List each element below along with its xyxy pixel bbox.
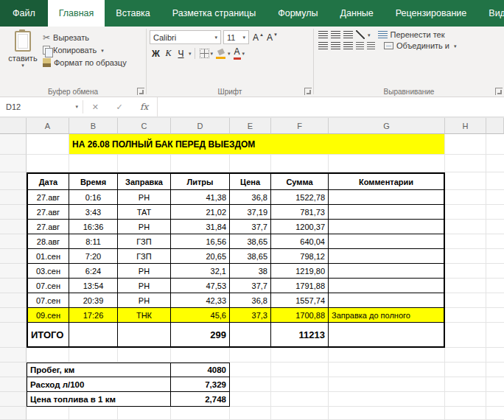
data-cell-r2c0[interactable]: 27.авг	[27, 220, 69, 234]
table-header-6[interactable]: Комментарии	[329, 172, 445, 190]
data-cell-r5c0[interactable]: 03.сен	[27, 264, 69, 279]
table-header-2[interactable]: Заправка	[118, 172, 171, 190]
empty-cell[interactable]	[445, 293, 486, 308]
cancel-button[interactable]: ✕	[92, 102, 99, 112]
data-cell-r4c4[interactable]: 38,65	[230, 249, 271, 264]
data-cell-r4c0[interactable]: 01.сен	[27, 249, 69, 264]
data-cell-r7c4[interactable]: 36,8	[230, 293, 271, 308]
ribbon-tab-6[interactable]: Рецензирование	[385, 0, 478, 27]
table-header-4[interactable]: Цена	[230, 172, 271, 190]
summary-label-0[interactable]: Пробег, км	[27, 363, 171, 377]
data-cell-r1c5[interactable]: 781,73	[271, 205, 329, 220]
row-header[interactable]	[0, 293, 27, 308]
empty-cell[interactable]	[445, 348, 486, 363]
data-cell-r0c2[interactable]: РН	[118, 190, 171, 205]
ribbon-tab-4[interactable]: Формулы	[267, 0, 329, 27]
empty-cell[interactable]	[27, 348, 69, 363]
column-header-C[interactable]: C	[118, 118, 171, 134]
data-cell-r8c4[interactable]: 37,3	[230, 308, 271, 323]
row-header[interactable]	[0, 234, 27, 249]
empty-cell[interactable]	[329, 363, 445, 377]
empty-cell[interactable]	[445, 220, 486, 234]
empty-cell[interactable]	[445, 234, 486, 249]
empty-cell[interactable]	[27, 155, 69, 172]
data-cell-r3c2[interactable]: ГЗП	[118, 234, 171, 249]
cut-button[interactable]: ✂ Вырезать	[43, 33, 127, 42]
empty-cell[interactable]	[118, 155, 171, 172]
column-header-E[interactable]: E	[230, 118, 271, 134]
data-cell-r4c3[interactable]: 20,65	[171, 249, 230, 264]
data-cell-r8c1[interactable]: 17:26	[69, 308, 118, 323]
data-cell-r2c3[interactable]: 31,84	[171, 220, 230, 234]
row-header[interactable]	[0, 220, 27, 234]
empty-cell[interactable]	[329, 348, 445, 363]
align-center-icon[interactable]	[331, 42, 340, 49]
summary-value-0[interactable]: 4080	[171, 363, 230, 377]
data-cell-r7c1[interactable]: 20:39	[69, 293, 118, 308]
data-cell-r3c1[interactable]: 8:11	[69, 234, 118, 249]
empty-cell[interactable]	[230, 377, 271, 392]
total-cell-0[interactable]: ИТОГО	[27, 323, 69, 348]
row-header[interactable]	[0, 377, 27, 392]
enter-button[interactable]: ✓	[116, 102, 122, 112]
decrease-indent-icon[interactable]	[356, 42, 364, 49]
data-cell-r2c6[interactable]	[329, 220, 445, 234]
total-cell-1[interactable]	[69, 323, 118, 348]
empty-cell[interactable]	[271, 348, 329, 363]
total-cell-2[interactable]	[118, 323, 171, 348]
align-left-icon[interactable]	[318, 42, 328, 49]
data-cell-r3c4[interactable]: 38,65	[230, 234, 271, 249]
table-header-1[interactable]: Время	[69, 172, 118, 190]
paste-button[interactable]: ставить ▾	[3, 29, 43, 85]
data-cell-r5c2[interactable]: РН	[118, 264, 171, 279]
data-cell-r3c5[interactable]: 640,04	[271, 234, 329, 249]
data-cell-r0c1[interactable]: 0:16	[69, 190, 118, 205]
data-cell-r7c3[interactable]: 42,33	[171, 293, 230, 308]
column-header-F[interactable]: F	[271, 118, 329, 134]
data-cell-r6c2[interactable]: РН	[118, 279, 171, 293]
column-header-G[interactable]: G	[329, 118, 445, 134]
data-cell-r3c0[interactable]: 28.авг	[27, 234, 69, 249]
row-header[interactable]	[0, 363, 27, 377]
fill-color-button[interactable]: ▾	[214, 46, 232, 60]
empty-cell[interactable]	[271, 377, 329, 392]
data-cell-r0c0[interactable]: 27.авг	[27, 190, 69, 205]
table-header-5[interactable]: Сумма	[271, 172, 329, 190]
empty-cell[interactable]	[445, 407, 486, 420]
empty-cell[interactable]	[171, 155, 230, 172]
total-cell-6[interactable]	[329, 323, 445, 348]
data-cell-r3c3[interactable]: 16,56	[171, 234, 230, 249]
row-header[interactable]	[0, 172, 27, 190]
ribbon-tab-3[interactable]: Разметка страницы	[161, 0, 267, 27]
data-cell-r3c6[interactable]	[329, 234, 445, 249]
data-cell-r5c1[interactable]: 6:24	[69, 264, 118, 279]
table-header-3[interactable]: Литры	[171, 172, 230, 190]
data-cell-r4c1[interactable]: 7:20	[69, 249, 118, 264]
empty-cell[interactable]	[329, 407, 445, 420]
empty-cell[interactable]	[27, 134, 69, 155]
data-cell-r7c2[interactable]: РН	[118, 293, 171, 308]
data-cell-r1c1[interactable]: 3:43	[69, 205, 118, 220]
data-cell-r4c2[interactable]: ГЗП	[118, 249, 171, 264]
decrease-font-button[interactable]: А ▼	[265, 30, 279, 44]
empty-cell[interactable]	[445, 205, 486, 220]
row-header[interactable]	[0, 134, 27, 155]
row-header[interactable]	[0, 155, 27, 172]
column-header-B[interactable]: B	[69, 118, 118, 134]
align-middle-icon[interactable]	[331, 31, 340, 38]
empty-cell[interactable]	[445, 308, 486, 323]
empty-cell[interactable]	[329, 155, 445, 172]
data-cell-r2c5[interactable]: 1200,37	[271, 220, 329, 234]
underline-button[interactable]: Ч	[175, 46, 187, 60]
select-all-corner[interactable]	[0, 118, 27, 134]
data-cell-r0c4[interactable]: 36,8	[230, 190, 271, 205]
empty-cell[interactable]	[445, 172, 486, 190]
font-dialog-launcher[interactable]	[304, 88, 312, 95]
bold-button[interactable]: Ж	[150, 46, 162, 60]
summary-value-1[interactable]: 7,329	[171, 377, 230, 392]
insert-function-button[interactable]: fx	[140, 102, 148, 112]
font-size-select[interactable]: 11 ▾	[223, 30, 249, 44]
ribbon-tab-1[interactable]: Главная	[48, 0, 105, 27]
column-header-H[interactable]: H	[445, 118, 486, 134]
empty-cell[interactable]	[271, 392, 329, 407]
